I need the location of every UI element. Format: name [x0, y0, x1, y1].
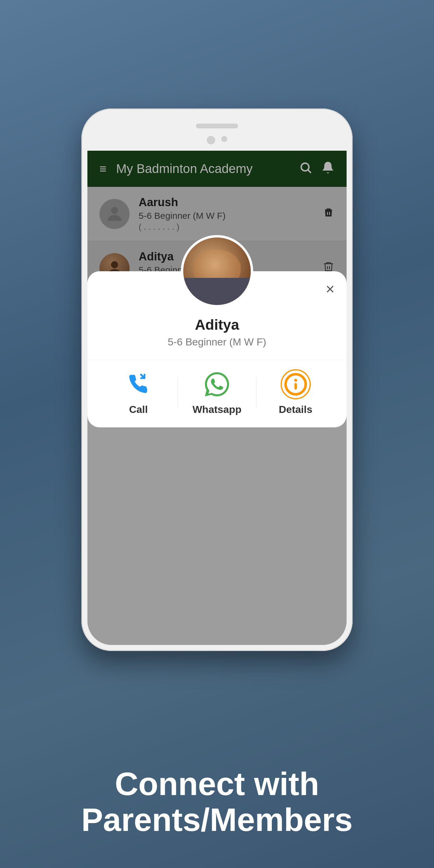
- phone-mockup: ≡ My Badminton Academy: [82, 108, 352, 651]
- contact-modal: ×: [87, 271, 347, 427]
- camera-dot: [207, 136, 215, 144]
- modal-avatar: [181, 235, 253, 307]
- details-action[interactable]: Details: [256, 369, 335, 415]
- details-label: Details: [279, 404, 313, 415]
- call-action[interactable]: Call: [99, 369, 178, 415]
- call-label: Call: [129, 404, 148, 415]
- whatsapp-label: Whatsapp: [193, 404, 241, 415]
- screen-content: ≡ My Badminton Academy: [87, 151, 347, 645]
- whatsapp-icon: [202, 369, 232, 399]
- bottom-headline: Connect with Parents/Members: [24, 766, 410, 838]
- phone-top-bar: [87, 115, 347, 151]
- modal-student-name: Aditya: [87, 316, 347, 333]
- whatsapp-action[interactable]: Whatsapp: [178, 369, 256, 415]
- details-icon: [281, 369, 311, 399]
- modal-student-batch: 5-6 Beginner (M W F): [87, 336, 347, 348]
- modal-avatar-photo: [183, 238, 251, 305]
- modal-actions: Call Wha: [87, 360, 347, 415]
- sensor-dot: [221, 136, 227, 142]
- call-icon: [123, 369, 153, 399]
- bottom-text-section: Connect with Parents/Members: [0, 766, 434, 838]
- modal-close-button[interactable]: ×: [326, 280, 335, 298]
- phone-outer-shell: ≡ My Badminton Academy: [82, 108, 352, 651]
- phone-inner-shell: ≡ My Badminton Academy: [87, 115, 347, 645]
- modal-overlay: ×: [87, 151, 347, 645]
- speaker-bar: [196, 124, 238, 128]
